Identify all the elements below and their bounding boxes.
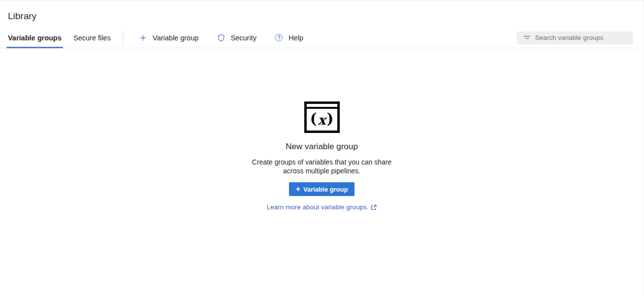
- toolbar-divider: [123, 31, 123, 45]
- description-line-1: Create groups of variables that you can …: [252, 158, 392, 167]
- plus-icon: [139, 34, 147, 42]
- tab-variable-groups-label: Variable groups: [8, 34, 62, 42]
- external-link-icon: [371, 204, 377, 210]
- tab-secure-files-label: Secure files: [73, 34, 111, 42]
- empty-state-title: New variable group: [286, 142, 358, 152]
- help-label: Help: [288, 34, 303, 42]
- security-label: Security: [231, 34, 256, 42]
- shield-icon: [217, 34, 225, 42]
- tab-bar: Variable groups Secure files Variable gr…: [0, 28, 644, 48]
- learn-more-link[interactable]: Learn more about variable groups.: [267, 203, 377, 211]
- help-circle-icon: ?: [275, 34, 283, 41]
- filter-icon: [524, 35, 531, 40]
- page-title: Library: [0, 0, 644, 22]
- paren-right: ): [327, 112, 334, 126]
- learn-more-label: Learn more about variable groups.: [267, 203, 368, 211]
- security-command[interactable]: Security: [217, 28, 256, 48]
- button-label: Variable group: [303, 186, 348, 193]
- window-titlebar: [307, 104, 337, 107]
- variable-x-glyph: x: [318, 113, 325, 127]
- new-variable-group-button[interactable]: + Variable group: [289, 182, 355, 196]
- empty-state: ( x ) New variable group Create groups o…: [0, 101, 644, 211]
- library-page: Library Variable groups Secure files Var…: [0, 0, 644, 296]
- tab-variable-groups[interactable]: Variable groups: [8, 28, 62, 48]
- active-tab-underline: [6, 47, 63, 48]
- add-variable-group-label: Variable group: [153, 34, 199, 42]
- search-input[interactable]: [535, 34, 633, 41]
- search-box[interactable]: [517, 32, 633, 44]
- variable-group-window-icon: ( x ): [304, 101, 340, 133]
- description-line-2: across multiple pipelines.: [252, 167, 392, 176]
- window-body: ( x ): [307, 109, 337, 131]
- empty-state-description: Create groups of variables that you can …: [252, 158, 392, 175]
- add-variable-group-command[interactable]: Variable group: [139, 28, 199, 48]
- help-command[interactable]: ? Help: [275, 28, 303, 48]
- paren-left: (: [310, 112, 317, 126]
- button-plus-icon: +: [296, 185, 300, 193]
- tab-secure-files[interactable]: Secure files: [73, 28, 111, 48]
